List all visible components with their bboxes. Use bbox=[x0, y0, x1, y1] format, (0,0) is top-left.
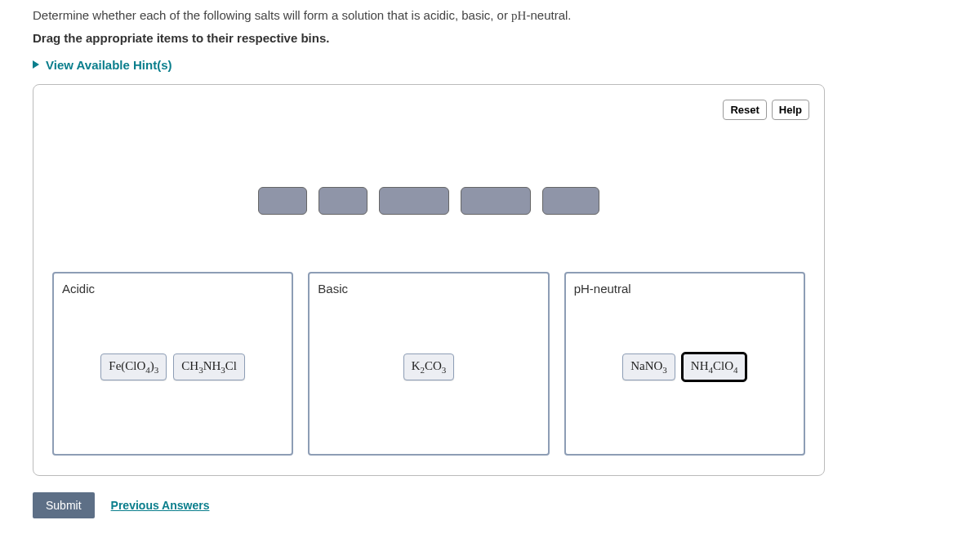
empty-slot[interactable] bbox=[258, 187, 307, 215]
chip-ammonium-perchlorate[interactable]: NH4ClO4 bbox=[682, 353, 747, 381]
reset-button[interactable]: Reset bbox=[723, 100, 766, 120]
empty-slot[interactable] bbox=[542, 187, 599, 215]
bin-acidic-items: Fe(ClO4)3CH3NH3Cl bbox=[62, 304, 283, 430]
drag-workspace: Reset Help Acidic Fe(ClO4)3CH3NH3Cl Basi… bbox=[33, 84, 825, 476]
chip-iron-perchlorate[interactable]: Fe(ClO4)3 bbox=[100, 353, 167, 380]
chip-methylammonium-chloride[interactable]: CH3NH3Cl bbox=[173, 353, 245, 380]
bin-acidic[interactable]: Acidic Fe(ClO4)3CH3NH3Cl bbox=[52, 272, 293, 456]
question-before: Determine whether each of the following … bbox=[33, 8, 511, 22]
question-after: -neutral. bbox=[526, 8, 571, 22]
ph-term: pH bbox=[511, 9, 526, 22]
bin-basic[interactable]: Basic K2CO3 bbox=[308, 272, 549, 456]
submit-button[interactable]: Submit bbox=[33, 492, 95, 518]
question-text: Determine whether each of the following … bbox=[33, 8, 947, 23]
instruction-text: Drag the appropriate items to their resp… bbox=[33, 31, 947, 45]
hints-label: View Available Hint(s) bbox=[46, 58, 172, 72]
chip-sodium-nitrate[interactable]: NaNO3 bbox=[622, 353, 675, 380]
bin-basic-label: Basic bbox=[318, 282, 539, 296]
bin-neutral[interactable]: pH-neutral NaNO3NH4ClO4 bbox=[564, 272, 805, 456]
chip-potassium-carbonate[interactable]: K2CO3 bbox=[403, 353, 455, 380]
empty-slot[interactable] bbox=[318, 187, 368, 215]
triangle-right-icon bbox=[33, 60, 39, 69]
help-button[interactable]: Help bbox=[772, 100, 809, 120]
bin-neutral-items: NaNO3NH4ClO4 bbox=[574, 304, 795, 430]
bin-neutral-label: pH-neutral bbox=[574, 282, 795, 296]
bin-basic-items: K2CO3 bbox=[318, 304, 539, 430]
empty-slot[interactable] bbox=[379, 187, 449, 215]
view-hints-toggle[interactable]: View Available Hint(s) bbox=[33, 58, 172, 72]
empty-slot[interactable] bbox=[461, 187, 531, 215]
previous-answers-link[interactable]: Previous Answers bbox=[111, 499, 210, 512]
source-slots bbox=[46, 187, 812, 215]
bin-acidic-label: Acidic bbox=[62, 282, 283, 296]
